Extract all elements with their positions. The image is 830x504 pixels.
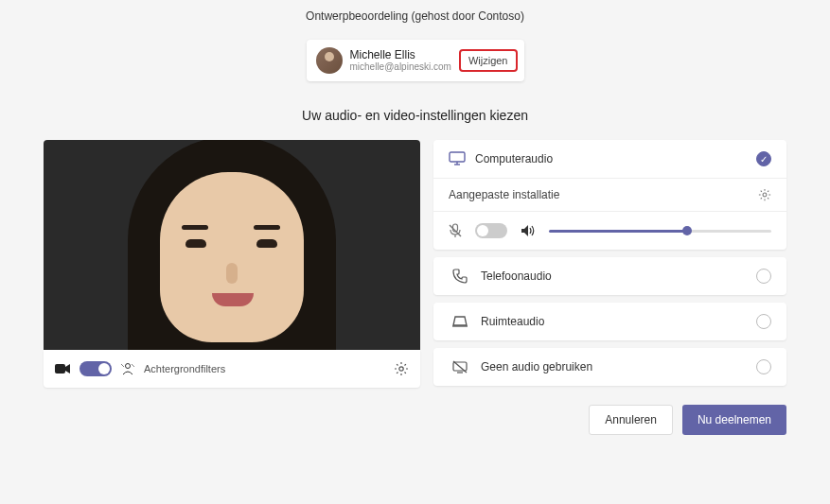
phone-audio-option[interactable]: Telefoonaudio	[433, 257, 786, 295]
meeting-title: Ontwerpbeoordeling (gehost door Contoso)	[0, 0, 830, 32]
background-filters-icon	[121, 362, 134, 375]
room-audio-label: Ruimteaudio	[481, 315, 756, 328]
svg-point-1	[126, 364, 131, 369]
computer-audio-option[interactable]: Computeraudio	[433, 140, 786, 179]
audio-settings-icon[interactable]	[758, 188, 771, 201]
svg-line-2	[121, 364, 124, 367]
monitor-icon	[449, 151, 466, 166]
background-filters-label[interactable]: Achtergrondfilters	[144, 363, 384, 374]
user-email: michelle@alpineski.com	[350, 61, 451, 73]
no-audio-icon	[449, 360, 471, 374]
user-name: Michelle Ellis	[350, 48, 451, 61]
video-preview	[44, 140, 420, 350]
no-audio-radio[interactable]	[756, 359, 771, 374]
mic-toggle[interactable]	[475, 223, 507, 238]
camera-toggle[interactable]	[79, 361, 112, 376]
mic-muted-icon	[449, 223, 462, 238]
join-now-button[interactable]: Nu deelnemen	[682, 405, 786, 435]
room-audio-option[interactable]: Ruimteaudio	[433, 303, 786, 340]
room-audio-radio[interactable]	[756, 314, 771, 329]
change-account-button[interactable]: Wijzigen	[459, 49, 518, 72]
custom-setup-label: Aangepaste installatie	[449, 188, 559, 201]
svg-rect-5	[450, 152, 465, 162]
computer-audio-radio[interactable]	[756, 151, 771, 166]
speaker-icon	[521, 224, 536, 237]
camera-icon	[55, 363, 70, 374]
avatar	[316, 47, 343, 74]
svg-point-8	[763, 193, 767, 197]
no-audio-label: Geen audio gebruiken	[481, 360, 756, 374]
room-icon	[449, 315, 471, 328]
no-audio-option[interactable]: Geen audio gebruiken	[433, 348, 786, 386]
video-panel: Achtergrondfilters	[44, 140, 420, 388]
footer-actions: Annuleren Nu deelnemen	[0, 388, 830, 435]
video-controls: Achtergrondfilters	[44, 350, 420, 388]
phone-audio-label: Telefoonaudio	[481, 269, 756, 283]
phone-icon	[449, 269, 471, 284]
audio-controls-row	[433, 212, 786, 250]
audio-panel: Computeraudio Aangepaste installatie	[433, 140, 786, 388]
computer-audio-card: Computeraudio Aangepaste installatie	[433, 140, 786, 250]
phone-audio-radio[interactable]	[756, 269, 771, 284]
custom-setup-row: Aangepaste installatie	[433, 179, 786, 212]
svg-line-3	[132, 364, 134, 367]
video-settings-icon[interactable]	[394, 361, 409, 376]
user-info: Michelle Ellis michelle@alpineski.com	[350, 48, 451, 73]
svg-point-4	[399, 367, 403, 371]
computer-audio-label: Computeraudio	[475, 152, 756, 165]
settings-subtitle: Uw audio- en video-instellingen kiezen	[0, 108, 830, 123]
volume-slider[interactable]	[549, 230, 771, 233]
cancel-button[interactable]: Annuleren	[589, 405, 673, 435]
svg-rect-0	[55, 364, 65, 374]
user-card: Michelle Ellis michelle@alpineski.com Wi…	[307, 40, 524, 81]
